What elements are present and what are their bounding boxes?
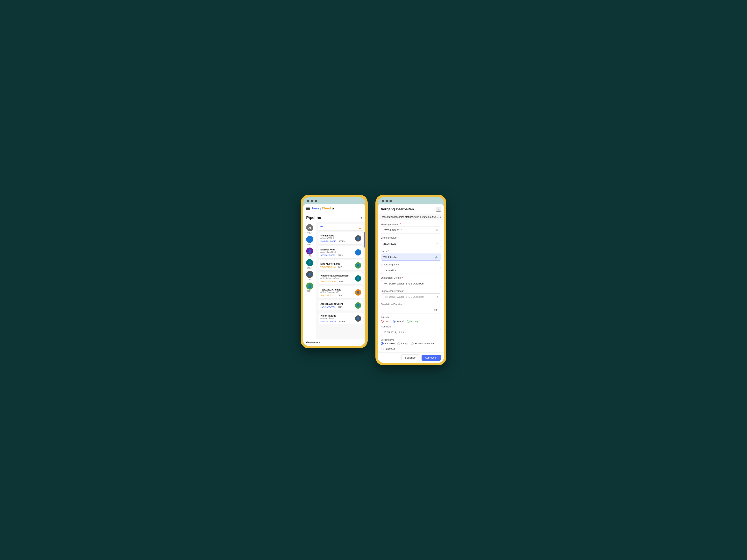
radio-immobilie[interactable]: Immobilie bbox=[381, 342, 394, 345]
dialog-dropdown-text: Präsentationsgespräch stattgefunden + wa… bbox=[381, 216, 439, 218]
card-partner-7: & Neuer Tester bbox=[320, 317, 345, 319]
copy-icon: ⧉ bbox=[436, 229, 438, 232]
pipeline-card-5[interactable]: Test22322 Client22 & Test Contractor23 S… bbox=[318, 286, 363, 299]
card-id-4: VPO-2023-0095 bbox=[320, 280, 336, 283]
save-button[interactable]: Speichern bbox=[401, 354, 420, 361]
card-eh-1: 333EH bbox=[339, 240, 345, 242]
label-eingangsdatum: Eingangsdatum * bbox=[381, 236, 441, 239]
input-einheiten[interactable]: 333 bbox=[381, 306, 441, 314]
card-eh-2: 77EH bbox=[338, 254, 343, 257]
pipeline-card-4[interactable]: VladimirTEst Mustermann & Xenia Musterfr… bbox=[318, 272, 363, 285]
bottom-nav: Übersicht ▾ bbox=[303, 339, 365, 346]
radio-niedrig[interactable]: Niedrig bbox=[407, 320, 418, 323]
form-group-vorgangstyp: Vorgangstyp Immobilie bbox=[381, 339, 441, 350]
form-group-kunde: Kunde * Will Ichhabe 🔗 bbox=[381, 250, 441, 261]
radio-sonstiges[interactable]: Sonstiges bbox=[381, 348, 395, 350]
radio-label-hoch: Hoch bbox=[385, 320, 390, 323]
input-berater[interactable]: Herr Daniel Walter_2 (GS Quickborn) bbox=[381, 280, 441, 287]
card-partner-4: & Xenia Musterfrau bbox=[320, 277, 349, 279]
radio-label-immobilie: Immobilie bbox=[385, 342, 394, 345]
sidebar-item-30[interactable]: 👤 30EH bbox=[306, 283, 313, 292]
form-group-zugewiesene: Zugewiesene Person * Herr Daniel Walter_… bbox=[381, 290, 441, 300]
right-title-bar bbox=[378, 197, 444, 204]
card-eh-7: 333EH bbox=[339, 320, 345, 323]
card-partner-2: & Angelina Held bbox=[320, 251, 343, 254]
card-name-2: Michael Held bbox=[320, 248, 343, 251]
radio-circle-immobilie bbox=[381, 342, 384, 345]
pipeline-chevron-icon[interactable]: ▾ bbox=[361, 216, 362, 219]
label-vorgangstyp: Vorgangstyp bbox=[381, 339, 441, 341]
nav-chevron-icon: ▾ bbox=[319, 341, 320, 344]
card-name-3: Mira Mustermann bbox=[320, 263, 343, 265]
radio-label-eigenes: Eigenes Vorhaben bbox=[415, 342, 434, 345]
nav-item-ubersicht[interactable]: Übersicht bbox=[306, 341, 318, 344]
required-star-5: * bbox=[404, 290, 405, 292]
radio-group-vorgangstyp: Immobilie Anlage Eigenes Vorhaben bbox=[381, 342, 441, 350]
select-zugewiesene[interactable]: Herr Daniel Walter_2 (GS Quickborn) ▾ bbox=[381, 293, 441, 300]
radio-hoch[interactable]: Hoch bbox=[381, 320, 390, 323]
logo-nessy: Nessy bbox=[312, 207, 321, 210]
radio-normal[interactable]: Normal bbox=[393, 320, 404, 323]
radio-label-niedrig: Niedrig bbox=[410, 320, 418, 323]
dot-r1 bbox=[382, 200, 384, 202]
radio-anlage[interactable]: Anlage bbox=[397, 342, 408, 345]
radio-label-sonstiges: Sonstiges bbox=[385, 348, 395, 350]
card-id-7: DWA-2023-0069 bbox=[320, 320, 336, 323]
label-kunde: Kunde * bbox=[381, 250, 441, 252]
label-vorgangsnummer: Vorgangsnummer * bbox=[381, 223, 441, 225]
col-badge bbox=[359, 228, 361, 229]
sidebar-item-22[interactable]: 👤 22EH bbox=[306, 271, 313, 281]
radio-dot-immobilie bbox=[382, 343, 383, 344]
input-vorgangsnummer[interactable]: DWA-2023-0018 ⧉ bbox=[381, 226, 441, 234]
radio-circle-normal bbox=[393, 320, 395, 323]
select-chevron-icon: ▾ bbox=[437, 295, 438, 298]
radio-circle-anlage bbox=[397, 342, 400, 345]
card-name-4: VladimirTEst Mustermann bbox=[320, 274, 349, 277]
sidebar-item-1[interactable]: 👤 1EH bbox=[306, 247, 313, 257]
card-partner-1: & Maria Will So bbox=[320, 237, 345, 239]
sidebar-item-45[interactable]: 👤 45EH bbox=[306, 236, 313, 246]
logo: Nessy Cloud ☁ bbox=[312, 207, 335, 210]
cancel-button[interactable]: Abbrechen bbox=[421, 355, 441, 361]
dialog-body: Vorgangsnummer * DWA-2023-0018 ⧉ Eingang… bbox=[378, 220, 444, 352]
dialog-dropdown-bar[interactable]: Präsentationsgespräch stattgefunden + wa… bbox=[378, 214, 444, 220]
radio-eigenes[interactable]: Eigenes Vorhaben bbox=[411, 342, 434, 345]
required-star-4: * bbox=[402, 276, 403, 279]
sidebar-label-0eh: 00EH bbox=[307, 267, 312, 269]
label-zugewiesene: Zugewiesene Person * bbox=[381, 290, 441, 292]
form-group-vorgangsnummer: Vorgangsnummer * DWA-2023-0018 ⧉ bbox=[381, 223, 441, 234]
input-vertragspartner[interactable]: Maria will so bbox=[381, 267, 441, 274]
sidebar-item-0[interactable]: 👤 00EH bbox=[306, 259, 313, 269]
close-button[interactable]: × bbox=[436, 207, 441, 212]
col-header-top bbox=[320, 226, 361, 227]
sidebar-item-ai[interactable]: AI 44EH bbox=[306, 224, 313, 234]
form-group-aktualisiert: Aktualisiert 26.05.2023, 11:13 bbox=[381, 325, 441, 336]
card-avatar-6: 👤 bbox=[355, 302, 361, 309]
dot-2 bbox=[311, 200, 313, 202]
input-kunde[interactable]: Will Ichhabe 🔗 bbox=[381, 254, 441, 261]
form-group-prioritaet: Priorität Hoch bbox=[381, 316, 441, 323]
pipeline-body: AI 44EH 👤 45EH 👤 bbox=[303, 222, 365, 339]
required-star-2: * bbox=[397, 236, 398, 239]
more-options-button[interactable]: ⋮ bbox=[381, 355, 385, 360]
pipeline-card-1[interactable]: Will Ichhabe & Maria Will So DWA-2023-00… bbox=[318, 232, 363, 245]
pipeline-header: Pipeline ▾ bbox=[303, 213, 365, 222]
avatar-1: 👤 bbox=[306, 247, 313, 255]
pipeline-card-7[interactable]: Vision Tagung & Neuer Tester DWA-2023-00… bbox=[318, 312, 363, 325]
input-eingangsdatum[interactable]: 26.05.2023 ✕ bbox=[381, 240, 441, 247]
input-aktualisiert: 26.05.2023, 11:13 bbox=[381, 329, 441, 336]
label-berater: Zuständiger Berater * bbox=[381, 276, 441, 279]
hamburger-menu[interactable] bbox=[306, 207, 310, 210]
sidebar-label-1eh: 1EH bbox=[308, 255, 311, 257]
pipeline-sidebar: AI 44EH 👤 45EH 👤 bbox=[303, 222, 316, 339]
pipeline-card-2[interactable]: Michael Held & Angelina Held AST-2023-00… bbox=[318, 246, 363, 259]
pipeline-card-3[interactable]: Mira Mustermann VPO-2023-0101 20EH 👤 bbox=[318, 260, 363, 271]
avatar-0: 👤 bbox=[306, 259, 313, 266]
dialog-title: Vorgang Bearbeiten bbox=[381, 207, 414, 211]
pipeline-card-6[interactable]: Joseph Agent Client JAG-2023-0073 12EH 👤 bbox=[318, 300, 363, 311]
card-name-6: Joseph Agent Client bbox=[320, 302, 343, 305]
radio-label-anlage: Anlage bbox=[401, 342, 408, 345]
scrollbar bbox=[364, 232, 365, 247]
card-partner-5: & Test Contractor23 bbox=[320, 291, 342, 293]
pipeline-main-wrapper: Will Ichhabe & Maria Will So DWA-2023-00… bbox=[316, 222, 365, 339]
